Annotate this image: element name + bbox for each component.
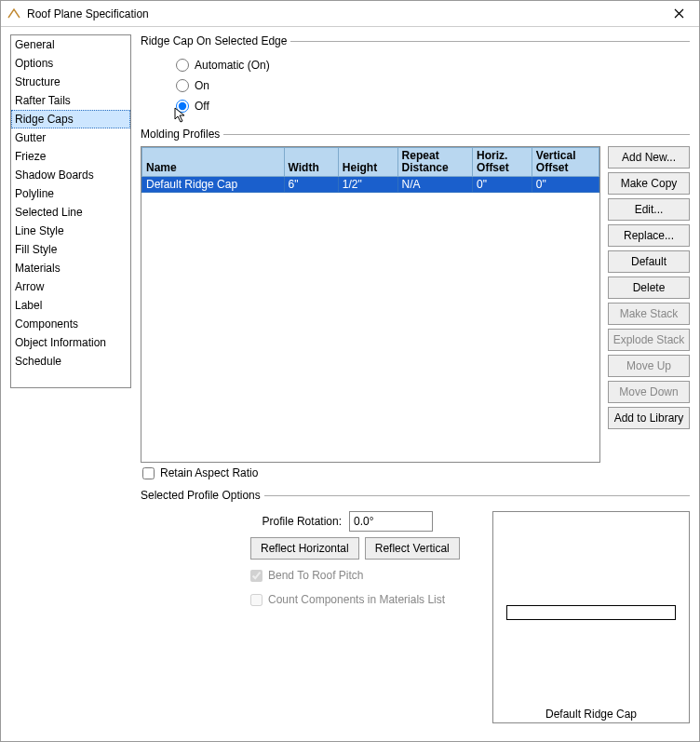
- nav-item-polyline[interactable]: Polyline: [11, 184, 130, 203]
- col-horiz: Horiz.Offset: [473, 148, 532, 177]
- rotation-row: Profile Rotation:: [141, 511, 481, 532]
- nav-item-shadow-boards[interactable]: Shadow Boards: [11, 166, 130, 184]
- radio-on[interactable]: [176, 79, 189, 92]
- col-name: Name: [142, 148, 285, 177]
- col-repeat: RepeatDistance: [397, 148, 472, 177]
- cell-horiz: 0": [473, 177, 532, 193]
- ridge-cap-group: Ridge Cap On Selected Edge Automatic (On…: [141, 34, 690, 120]
- main-panel: Ridge Cap On Selected Edge Automatic (On…: [141, 34, 690, 732]
- retain-aspect-label: Retain Aspect Ratio: [160, 466, 258, 479]
- nav-item-object-information[interactable]: Object Information: [11, 333, 130, 352]
- spo-left: Profile Rotation: Reflect Horizontal Ref…: [141, 511, 481, 608]
- nav-item-components[interactable]: Components: [11, 315, 130, 333]
- add-new-button[interactable]: Add New...: [608, 146, 690, 169]
- profile-preview: Default Ridge Cap: [492, 511, 690, 723]
- ridge-cap-legend: Ridge Cap On Selected Edge: [141, 34, 290, 47]
- nav-item-rafter-tails[interactable]: Rafter Tails: [11, 91, 130, 110]
- radio-automatic-on-[interactable]: [176, 59, 189, 72]
- close-icon: [674, 8, 684, 19]
- make-copy-button[interactable]: Make Copy: [608, 172, 690, 195]
- nav-item-selected-line[interactable]: Selected Line: [11, 203, 130, 222]
- bend-row: Bend To Roof Pitch: [141, 565, 481, 584]
- nav-item-fill-style[interactable]: Fill Style: [11, 240, 130, 259]
- reflect-horizontal-button[interactable]: Reflect Horizontal: [250, 537, 359, 560]
- radio-off[interactable]: [176, 100, 189, 113]
- nav-item-line-style[interactable]: Line Style: [11, 222, 130, 240]
- count-checkbox: [250, 594, 262, 606]
- dialog-body: GeneralOptionsStructureRafter TailsRidge…: [1, 27, 699, 741]
- replace-button[interactable]: Replace...: [608, 224, 690, 247]
- molding-button-column: Add New... Make Copy Edit... Replace... …: [608, 146, 690, 429]
- table-row[interactable]: Default Ridge Cap6"1/2"N/A0"0": [142, 177, 599, 193]
- count-row: Count Components in Materials List: [141, 589, 481, 608]
- table-header-row: Name Width Height RepeatDistance Horiz.O…: [142, 148, 599, 177]
- nav-item-structure[interactable]: Structure: [11, 73, 130, 91]
- edit-button[interactable]: Edit...: [608, 198, 690, 221]
- radio-label: Automatic (On): [195, 59, 270, 72]
- count-label: Count Components in Materials List: [268, 593, 445, 606]
- molding-row: Name Width Height RepeatDistance Horiz.O…: [141, 146, 690, 463]
- dialog-window: Roof Plane Specification GeneralOptionsS…: [0, 0, 700, 742]
- molding-table-wrap[interactable]: Name Width Height RepeatDistance Horiz.O…: [141, 146, 600, 463]
- radio-label: Off: [195, 100, 209, 113]
- preview-caption: Default Ridge Cap: [493, 708, 689, 721]
- radio-label: On: [195, 79, 209, 92]
- bend-label: Bend To Roof Pitch: [268, 569, 364, 582]
- ridge-cap-radios: Automatic (On)OnOff: [141, 53, 690, 120]
- close-button[interactable]: [664, 3, 693, 25]
- nav-item-schedule[interactable]: Schedule: [11, 352, 130, 371]
- nav-item-options[interactable]: Options: [11, 54, 130, 73]
- molding-table: Name Width Height RepeatDistance Horiz.O…: [141, 147, 599, 193]
- explode-stack-button: Explode Stack: [608, 329, 690, 351]
- radio-row-automatic-on-: Automatic (On): [176, 55, 690, 75]
- rotation-input[interactable]: [349, 511, 433, 532]
- col-width: Width: [284, 148, 338, 177]
- reflect-vertical-button[interactable]: Reflect Vertical: [365, 537, 460, 560]
- selected-profile-options-group: Selected Profile Options Profile Rotatio…: [141, 489, 690, 723]
- bend-checkbox: [250, 570, 262, 582]
- titlebar: Roof Plane Specification: [1, 1, 699, 27]
- molding-legend: Molding Profiles: [141, 128, 223, 141]
- nav-item-frieze[interactable]: Frieze: [11, 147, 130, 166]
- rotation-label: Profile Rotation:: [141, 515, 342, 528]
- radio-row-on: On: [176, 75, 690, 96]
- col-height: Height: [338, 148, 397, 177]
- cell-width: 6": [284, 177, 338, 193]
- category-nav[interactable]: GeneralOptionsStructureRafter TailsRidge…: [10, 34, 131, 388]
- retain-aspect-row: Retain Aspect Ratio: [141, 463, 690, 481]
- default-button[interactable]: Default: [608, 250, 690, 273]
- nav-item-ridge-caps[interactable]: Ridge Caps: [11, 110, 130, 128]
- make-stack-button: Make Stack: [608, 303, 690, 325]
- move-down-button: Move Down: [608, 381, 690, 403]
- delete-button[interactable]: Delete: [608, 277, 690, 299]
- window-title: Roof Plane Specification: [27, 7, 664, 20]
- nav-item-gutter[interactable]: Gutter: [11, 128, 130, 147]
- molding-group: Molding Profiles Name Width: [141, 128, 690, 481]
- spo-legend: Selected Profile Options: [141, 489, 264, 502]
- reflect-buttons: Reflect Horizontal Reflect Vertical: [141, 537, 481, 560]
- nav-item-label[interactable]: Label: [11, 296, 130, 315]
- add-to-library-button[interactable]: Add to Library: [608, 407, 690, 429]
- retain-aspect-checkbox[interactable]: [142, 467, 155, 479]
- nav-item-general[interactable]: General: [11, 35, 130, 54]
- nav-item-materials[interactable]: Materials: [11, 259, 130, 277]
- app-icon: [7, 7, 21, 21]
- cell-vert: 0": [532, 177, 599, 193]
- preview-shape: [506, 605, 676, 620]
- nav-item-arrow[interactable]: Arrow: [11, 277, 130, 296]
- cell-height: 1/2": [338, 177, 397, 193]
- spo-body: Profile Rotation: Reflect Horizontal Ref…: [141, 507, 690, 723]
- radio-row-off: Off: [176, 96, 690, 116]
- cell-name: Default Ridge Cap: [142, 177, 285, 193]
- cell-repeat: N/A: [397, 177, 472, 193]
- col-vert: VerticalOffset: [532, 148, 599, 177]
- move-up-button: Move Up: [608, 355, 690, 377]
